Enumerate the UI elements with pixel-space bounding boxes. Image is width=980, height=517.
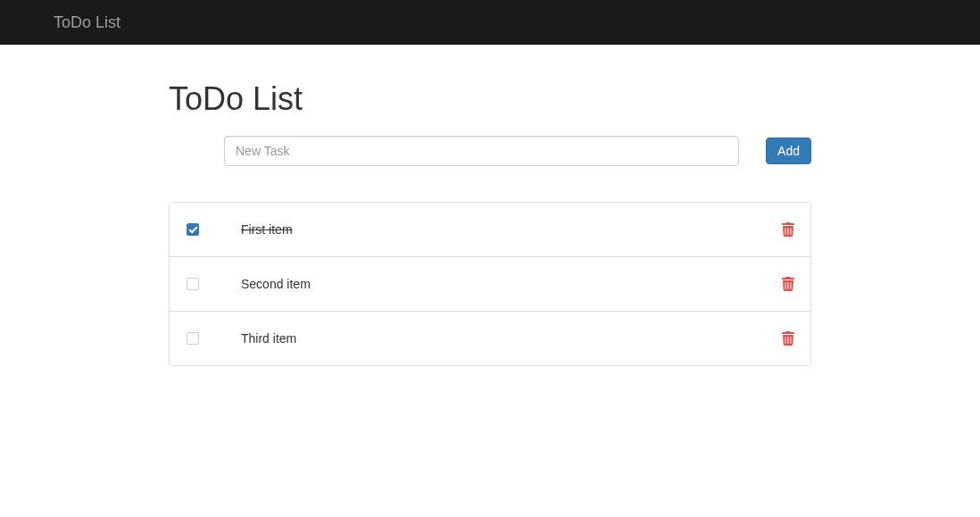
- trash-icon[interactable]: [782, 222, 794, 237]
- add-task-form: Add: [169, 136, 811, 166]
- new-task-input[interactable]: [224, 136, 739, 166]
- task-list: First item Second item Third item: [169, 202, 811, 366]
- add-button[interactable]: Add: [766, 138, 811, 164]
- navbar: ToDo List: [0, 0, 980, 45]
- task-checkbox[interactable]: [187, 332, 199, 345]
- task-checkbox[interactable]: [187, 278, 199, 290]
- task-row: First item: [170, 203, 810, 257]
- task-row: Third item: [170, 312, 810, 365]
- main-container: ToDo List Add First item Second item: [155, 80, 825, 366]
- trash-icon[interactable]: [782, 277, 794, 291]
- task-row: Second item: [170, 257, 810, 312]
- task-label: Second item: [241, 277, 782, 291]
- navbar-brand[interactable]: ToDo List: [54, 13, 120, 32]
- task-checkbox[interactable]: [187, 223, 199, 236]
- task-label: First item: [241, 222, 782, 237]
- trash-icon[interactable]: [782, 331, 794, 346]
- page-title: ToDo List: [169, 80, 811, 118]
- task-label: Third item: [241, 331, 782, 346]
